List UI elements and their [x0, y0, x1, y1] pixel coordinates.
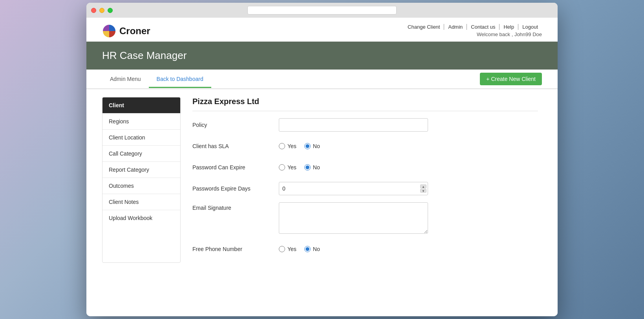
- form-row-client-has-sla: Client has SLA Yes No: [192, 139, 538, 154]
- radio-sla-yes-input[interactable]: [279, 143, 285, 149]
- radio-expire-no-input[interactable]: [304, 164, 311, 170]
- sidebar-item-client-location[interactable]: Client Location: [102, 130, 180, 146]
- radio-expire-yes-label: Yes: [287, 164, 296, 170]
- form-row-passwords-expire-days: Passwords Expire Days ▲ ▼: [192, 181, 538, 196]
- tab-bar: Admin Menu Back to Dashboard + Create Ne…: [86, 70, 558, 89]
- label-free-phone-number: Free Phone Number: [192, 246, 279, 252]
- content-area: Pizza Express Ltd Policy Client has SLA …: [188, 97, 542, 263]
- client-title: Pizza Express Ltd: [192, 97, 538, 111]
- minimize-button[interactable]: [99, 8, 104, 13]
- spinner-up[interactable]: ▲: [420, 185, 426, 189]
- nav-link-admin[interactable]: Admin: [444, 24, 467, 30]
- sidebar-item-outcomes[interactable]: Outcomes: [102, 178, 180, 194]
- tab-admin-menu[interactable]: Admin Menu: [102, 71, 149, 88]
- nav-link-help[interactable]: Help: [499, 24, 518, 30]
- control-passwords-expire-days: ▲ ▼: [279, 182, 428, 195]
- sidebar: Client Regions Client Location Call Cate…: [102, 97, 181, 263]
- spinner-arrows: ▲ ▼: [420, 185, 426, 193]
- tabs: Admin Menu Back to Dashboard: [102, 71, 211, 87]
- radio-sla-no-input[interactable]: [304, 143, 311, 149]
- logo-area: Croner: [102, 24, 150, 38]
- radio-expire-yes[interactable]: Yes: [279, 164, 296, 170]
- radio-phone-yes-label: Yes: [287, 246, 296, 252]
- form-row-email-signature: Email Signature: [192, 202, 538, 235]
- logo-text: Croner: [119, 26, 150, 37]
- main-layout: Client Regions Client Location Call Cate…: [86, 89, 558, 271]
- radio-sla-yes[interactable]: Yes: [279, 143, 296, 149]
- radio-group-password-can-expire: Yes No: [279, 164, 320, 170]
- radio-group-client-has-sla: Yes No: [279, 143, 320, 149]
- sidebar-item-regions[interactable]: Regions: [102, 114, 180, 130]
- label-passwords-expire-days: Passwords Expire Days: [192, 185, 279, 192]
- nav-link-logout[interactable]: Logout: [518, 24, 542, 30]
- form-row-policy: Policy: [192, 117, 538, 132]
- label-email-signature: Email Signature: [192, 202, 279, 211]
- label-policy: Policy: [192, 122, 279, 128]
- tab-back-to-dashboard[interactable]: Back to Dashboard: [149, 71, 211, 88]
- radio-sla-no-label: No: [313, 143, 320, 149]
- radio-sla-yes-label: Yes: [287, 143, 296, 149]
- nav-right: Change Client Admin Contact us Help Logo…: [404, 24, 542, 37]
- policy-input[interactable]: [279, 118, 428, 132]
- sidebar-item-client[interactable]: Client: [102, 97, 180, 114]
- radio-expire-no-label: No: [313, 164, 320, 170]
- radio-phone-yes[interactable]: Yes: [279, 246, 296, 252]
- radio-phone-yes-input[interactable]: [279, 246, 285, 252]
- nav-link-change-client[interactable]: Change Client: [404, 24, 444, 30]
- close-button[interactable]: [91, 8, 96, 13]
- create-new-client-button[interactable]: + Create New Client: [480, 73, 542, 85]
- header-banner: HR Case Manager: [86, 42, 558, 70]
- sidebar-item-client-notes[interactable]: Client Notes: [102, 194, 180, 210]
- label-client-has-sla: Client has SLA: [192, 143, 279, 149]
- radio-phone-no[interactable]: No: [304, 246, 320, 252]
- mac-window: Croner Change Client Admin Contact us He…: [86, 3, 558, 316]
- welcome-text: Welcome back , John99 Doe: [477, 31, 542, 37]
- spinner-down[interactable]: ▼: [420, 189, 426, 193]
- title-bar: [86, 3, 558, 18]
- passwords-expire-days-input[interactable]: [279, 182, 428, 195]
- label-password-can-expire: Password Can Expire: [192, 164, 279, 170]
- radio-phone-no-input[interactable]: [304, 246, 311, 252]
- sidebar-item-call-category[interactable]: Call Category: [102, 146, 180, 162]
- sidebar-item-report-category[interactable]: Report Category: [102, 162, 180, 178]
- maximize-button[interactable]: [108, 8, 113, 13]
- radio-expire-no[interactable]: No: [304, 164, 320, 170]
- top-nav: Croner Change Client Admin Contact us He…: [86, 18, 558, 42]
- app-content: Croner Change Client Admin Contact us He…: [86, 18, 558, 316]
- page-title: HR Case Manager: [102, 50, 542, 62]
- sidebar-item-upload-workbook[interactable]: Upload Workbook: [102, 210, 180, 226]
- radio-sla-no[interactable]: No: [304, 143, 320, 149]
- control-policy: [279, 118, 428, 132]
- radio-phone-no-label: No: [313, 246, 320, 252]
- url-bar[interactable]: [247, 6, 397, 15]
- radio-group-free-phone-number: Yes No: [279, 246, 320, 252]
- nav-link-contact-us[interactable]: Contact us: [467, 24, 499, 30]
- nav-links: Change Client Admin Contact us Help Logo…: [404, 24, 542, 30]
- form-row-free-phone-number: Free Phone Number Yes No: [192, 242, 538, 257]
- form-row-password-can-expire: Password Can Expire Yes No: [192, 160, 538, 175]
- control-email-signature: [279, 202, 428, 235]
- radio-expire-yes-input[interactable]: [279, 164, 285, 170]
- email-signature-textarea[interactable]: [279, 202, 428, 234]
- croner-logo-icon: [102, 24, 116, 38]
